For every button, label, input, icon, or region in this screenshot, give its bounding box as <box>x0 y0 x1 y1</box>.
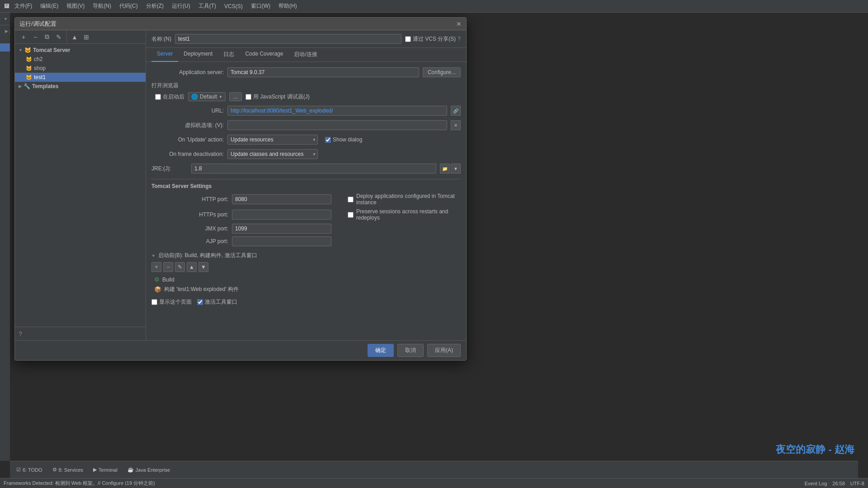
menu-file[interactable]: 文件(F) <box>11 0 36 12</box>
config-tree-ch2[interactable]: 🐱 ch2 <box>15 55 146 64</box>
menu-run[interactable]: 运行(U) <box>168 0 194 12</box>
before-launch-header[interactable]: ▼ 启动前(B): Build, 构建构件, 激活工具窗口 <box>151 252 461 259</box>
menu-code[interactable]: 代码(C) <box>116 0 142 12</box>
browser-extra-button[interactable]: ... <box>229 92 242 101</box>
menu-navigate[interactable]: 导航(N) <box>89 0 115 12</box>
config-tree-test1[interactable]: 🐱 test1 <box>15 73 146 82</box>
config-tree-templates[interactable]: ▶ 🔧 Templates <box>15 82 146 91</box>
url-open-button[interactable]: 🔗 <box>451 106 461 116</box>
tab-services[interactable]: ⚙ 8: Services <box>48 465 88 474</box>
todo-icon: ☑ <box>16 467 21 473</box>
bl-edit-button[interactable]: ✎ <box>175 262 185 272</box>
dialog-footer: 确定 取消 应用(A) <box>15 340 466 360</box>
vm-options-row: 虚拟机选项: (V): ✕ <box>151 120 461 130</box>
vm-options-expand-button[interactable]: ✕ <box>451 120 461 130</box>
help-icon[interactable]: ? <box>19 330 22 338</box>
vm-options-input[interactable] <box>227 120 447 130</box>
app-server-select[interactable]: Tomcat 9.0.37 <box>227 67 419 77</box>
dialog-title: 运行/调试配置 <box>19 20 57 28</box>
tab-logs[interactable]: 日志 <box>218 48 240 62</box>
vcs-share-row: 通过 VCS 分享(S) ? <box>405 35 461 43</box>
on-frame-deact-select[interactable]: Update classes and resources Update reso… <box>227 149 318 159</box>
show-page-checkbox[interactable] <box>151 299 157 305</box>
deploy-tomcat-checkbox-label[interactable]: Deploy applications configured in Tomcat… <box>348 193 461 206</box>
on-frame-deact-row: On frame deactivation: Update classes an… <box>151 149 461 159</box>
ok-button[interactable]: 确定 <box>368 344 394 357</box>
vcs-help-icon[interactable]: ? <box>458 36 461 42</box>
show-page-checkbox-label[interactable]: 显示这个页面 <box>151 298 192 306</box>
bl-move-down-button[interactable]: ▼ <box>198 262 208 272</box>
url-row: URL: 🔗 <box>151 106 461 116</box>
configure-server-button[interactable]: Configure... <box>423 67 461 77</box>
add-config-button[interactable]: + <box>19 32 28 42</box>
jre-browse-button[interactable]: 📁 <box>440 164 450 174</box>
jmx-port-label: JMX port: <box>151 225 228 232</box>
preserve-sessions-checkbox[interactable] <box>348 212 354 218</box>
bl-remove-button[interactable]: − <box>163 262 173 272</box>
on-update-select[interactable]: Update resources Update classes and reso… <box>227 135 318 145</box>
tab-java-enterprise[interactable]: ☕ Java Enterprise <box>123 465 175 474</box>
config-name-input[interactable] <box>175 34 401 44</box>
menu-tools[interactable]: 工具(T) <box>195 0 220 12</box>
app-logo-icon: 🅿 <box>4 3 10 9</box>
menu-help[interactable]: 帮助(H) <box>275 0 301 12</box>
dialog-titlebar: 运行/调试配置 ✕ <box>15 18 466 30</box>
bl-add-button[interactable]: + <box>151 262 161 272</box>
config-tree-shop[interactable]: 🐱 shop <box>15 64 146 73</box>
move-up-button[interactable]: ▲ <box>70 32 80 42</box>
url-input[interactable] <box>227 106 447 116</box>
remove-config-button[interactable]: − <box>30 32 40 42</box>
tab-terminal[interactable]: ▶ Terminal <box>89 465 122 474</box>
dialog-close-button[interactable]: ✕ <box>456 20 462 28</box>
copy-config-button[interactable]: ⧉ <box>42 32 52 42</box>
deploy-tomcat-checkbox[interactable] <box>348 197 354 202</box>
jre-input[interactable] <box>191 164 436 174</box>
menu-edit[interactable]: 编辑(E) <box>37 0 62 12</box>
name-label: 名称:(N) <box>151 35 171 43</box>
ajp-port-input[interactable] <box>232 236 331 246</box>
tab-todo[interactable]: ☑ 6: TODO <box>12 465 47 474</box>
show-dialog-checkbox[interactable] <box>325 137 331 143</box>
main-editor-area: 运行/调试配置 ✕ + − ⧉ ✎ ▲ ⊞ ▼ � <box>10 13 858 461</box>
java-icon: ☕ <box>127 467 134 473</box>
tomcat-settings-label: Tomcat Server Settings <box>151 183 461 189</box>
on-frame-deact-label: On frame deactivation: <box>151 151 224 157</box>
menu-view[interactable]: 视图(V) <box>63 0 88 12</box>
preserve-sessions-checkbox-label[interactable]: Preserve sessions across restarts and re… <box>348 208 461 221</box>
sort-button[interactable]: ⊞ <box>81 32 91 42</box>
menu-analyze[interactable]: 分析(Z) <box>142 0 167 12</box>
bl-move-up-button[interactable]: ▲ <box>187 262 197 272</box>
activate-tool-checkbox[interactable] <box>197 299 203 305</box>
jre-dropdown-button[interactable]: ▼ <box>451 164 461 174</box>
config-tree-tomcat-header[interactable]: ▼ 🐱 Tomcat Server <box>15 46 146 55</box>
show-dialog-checkbox-label[interactable]: Show dialog <box>325 136 362 143</box>
http-port-input[interactable] <box>232 194 331 204</box>
activate-tool-checkbox-label[interactable]: 激活工具窗口 <box>197 298 237 306</box>
https-port-input[interactable] <box>232 210 331 220</box>
http-port-label: HTTP port: <box>151 196 228 202</box>
vcs-share-checkbox[interactable] <box>405 36 411 42</box>
tab-server[interactable]: Server <box>151 48 178 62</box>
tab-deployment[interactable]: Deployment <box>178 48 218 62</box>
on-frame-deact-select-wrap: Update classes and resources Update reso… <box>227 149 318 159</box>
event-log-label[interactable]: Event Log <box>805 481 827 486</box>
js-debug-checkbox-label[interactable]: 用 JavaScript 调试器(J) <box>245 93 310 101</box>
tab-label: Java Enterprise <box>136 467 170 473</box>
watermark-text: 夜空的寂静 - 赵海 <box>776 443 854 456</box>
before-launch-toolbar: + − ✎ ▲ ▼ <box>151 262 461 272</box>
cancel-button[interactable]: 取消 <box>397 344 424 357</box>
apply-button[interactable]: 应用(A) <box>427 344 461 357</box>
on-start-checkbox-label[interactable]: 在启动后 <box>155 93 184 101</box>
expand-arrow-icon: ▶ <box>4 29 9 33</box>
menu-window[interactable]: 窗口(W) <box>247 0 274 12</box>
tab-startup[interactable]: 启动/连接 <box>288 48 322 62</box>
config-right-panel: 名称:(N) 通过 VCS 分享(S) ? Server Deployment … <box>146 30 466 340</box>
edit-config-button[interactable]: ✎ <box>54 32 64 42</box>
on-start-checkbox[interactable] <box>155 94 161 100</box>
menu-vcs[interactable]: VCS(S) <box>221 1 246 11</box>
browser-select-button[interactable]: 🌐 Default ▼ <box>188 92 226 101</box>
js-debug-checkbox[interactable] <box>245 94 251 100</box>
jmx-port-input[interactable] <box>232 224 331 234</box>
config-tree-label: shop <box>34 65 46 71</box>
tab-code-coverage[interactable]: Code Coverage <box>240 48 288 62</box>
